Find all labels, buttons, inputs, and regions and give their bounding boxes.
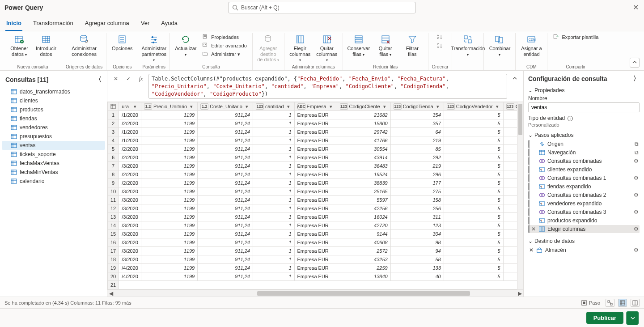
administrar-conexiones-button[interactable]: Administrar conexiones	[72, 33, 96, 58]
table-row[interactable]: 9/2/20201199911,241Empresa EUR3883917753…	[108, 179, 517, 187]
formula-accept-button[interactable]: ✓	[123, 74, 133, 84]
query-item-clientes[interactable]: clientes	[2, 96, 105, 105]
info-icon[interactable]: i	[568, 116, 573, 121]
gear-icon[interactable]: ⚙	[634, 226, 639, 232]
grid-view-toggle[interactable]	[618, 299, 627, 307]
row-number[interactable]: 5	[108, 145, 119, 153]
administrar-button[interactable]: Administrar ▾	[200, 50, 249, 58]
queries-collapse-icon[interactable]: 〈	[95, 76, 102, 84]
table-row[interactable]: 7/3/20201199911,241Empresa EUR3648321953…	[108, 162, 517, 170]
transformación-button[interactable]: Transformación ▾	[456, 33, 480, 58]
row-number[interactable]: 6	[108, 153, 119, 162]
gear-icon[interactable]: ⧉	[635, 149, 639, 156]
table-row[interactable]: 19/4/20201199911,241Empresa EUR225913353…	[108, 264, 517, 272]
column-header-Empresa[interactable]: ABCEmpresa▾	[294, 102, 337, 111]
row-number[interactable]: 9	[108, 179, 119, 187]
row-number[interactable]: 11	[108, 196, 119, 204]
filter-icon[interactable]: ▾	[188, 103, 195, 110]
step-consultas-combinadas-1[interactable]: Consultas combinadas 1⚙	[528, 174, 640, 182]
filter-icon[interactable]: ▾	[435, 103, 441, 110]
table-row[interactable]: 5/2/20201199911,241Empresa EUR3055485533…	[108, 145, 517, 153]
filter-icon[interactable]: ▾	[244, 103, 250, 110]
table-row[interactable]: 3/1/20201199911,241Empresa EUR2974264533…	[108, 128, 517, 136]
destination-remove-icon[interactable]: ✕	[529, 247, 534, 253]
properties-section-toggle[interactable]: ⌄ Propiedades	[528, 87, 640, 93]
diagram-view-toggle[interactable]	[606, 299, 614, 307]
close-icon[interactable]: ✕	[633, 3, 639, 12]
step-consultas-combinadas-3[interactable]: Consultas combinadas 3⚙	[528, 208, 640, 216]
propiedades-button[interactable]: Propiedades	[200, 33, 249, 41]
sort-asc-button[interactable]: AZ	[433, 33, 447, 41]
row-number[interactable]: 14	[108, 221, 119, 230]
gear-icon[interactable]: ⚙	[634, 192, 639, 198]
asignar-a-entidad-button[interactable]: CDMAsignar a entidad	[519, 33, 543, 58]
row-number[interactable]: 8	[108, 170, 119, 179]
filter-icon[interactable]: ▾	[132, 103, 138, 110]
schema-view-toggle[interactable]	[631, 299, 640, 307]
formula-cancel-button[interactable]: ✕	[111, 74, 121, 84]
settings-expand-icon[interactable]: 〉	[633, 75, 640, 83]
query-item-tiendas[interactable]: tiendas	[2, 114, 105, 123]
column-header-partial[interactable]: ura▾	[119, 102, 141, 111]
quitar-filas-button[interactable]: Quitar filas ▾	[373, 33, 398, 58]
query-item-calendario[interactable]: calendario	[2, 177, 105, 186]
row-number[interactable]: 13	[108, 213, 119, 221]
search-input[interactable]: Buscar (Alt + Q)	[228, 2, 416, 13]
table-row[interactable]: 20/4/20201199911,241Empresa EUR138404053…	[108, 272, 517, 281]
gear-icon[interactable]: ⚙	[634, 158, 639, 164]
gear-icon[interactable]: ⚙	[634, 209, 639, 215]
obtener-datos-button[interactable]: Obtener datos ▾	[7, 33, 31, 58]
row-number[interactable]: 20	[108, 272, 119, 281]
row-number[interactable]: 7	[108, 162, 119, 170]
ribbon-collapse-button[interactable]	[630, 58, 640, 68]
publish-button[interactable]: Publicar	[586, 312, 623, 324]
combinar-button[interactable]: Combinar ▾	[487, 33, 512, 58]
step-consultas-combinadas-2[interactable]: Consultas combinadas 2⚙	[528, 191, 640, 199]
table-row[interactable]: 4/1/20201199911,241Empresa EUR4176621953…	[108, 136, 517, 145]
filter-icon[interactable]: ▾	[328, 103, 334, 110]
filter-icon[interactable]: ▾	[381, 103, 388, 110]
filtrar-filas-button[interactable]: Filtrar filas	[400, 33, 424, 58]
query-item-fechaMaxVentas[interactable]: fechaMaxVentas	[2, 159, 105, 168]
opciones-button[interactable]: Opciones	[110, 33, 134, 52]
step-tiendas-expandido[interactable]: tiendas expandido	[528, 183, 640, 191]
table-row[interactable]: 2/2/20201199911,241Empresa EUR1580035753…	[108, 119, 517, 128]
filter-icon[interactable]: ▾	[285, 103, 292, 110]
steps-section-toggle[interactable]: ⌄ Pasos aplicados	[528, 132, 640, 138]
gear-icon[interactable]: ⧉	[635, 141, 639, 147]
table-row[interactable]: 14/3/20201199911,241Empresa EUR427201235…	[108, 221, 517, 230]
gear-icon[interactable]: ⚙	[634, 247, 639, 253]
elegir-columnas-button[interactable]: Elegir columnas ▾	[288, 33, 312, 64]
table-row[interactable]: 12/3/20201199911,241Empresa EUR422562565…	[108, 204, 517, 213]
query-item-vendedores[interactable]: vendedores	[2, 123, 105, 132]
table-row[interactable]: 11/3/20201199911,241Empresa EUR559715853…	[108, 196, 517, 204]
data-grid[interactable]: ura▾1.2Precio_Unitario▾1.2Coste_Unitario…	[107, 102, 517, 289]
query-item-tickets_soporte[interactable]: tickets_soporte	[2, 150, 105, 159]
tab-agregar-columna[interactable]: Agregar columna	[84, 17, 130, 31]
scroll-left-icon[interactable]: ◀	[107, 290, 114, 297]
query-name-input[interactable]	[528, 102, 640, 112]
table-row[interactable]: 6/2/20201199911,241Empresa EUR4391429253…	[108, 153, 517, 162]
column-header-cantidad[interactable]: 123cantidad▾	[253, 102, 294, 111]
row-number[interactable]: 15	[108, 230, 119, 238]
step-navegación[interactable]: Navegación⧉	[528, 149, 640, 157]
row-number[interactable]: 16	[108, 238, 119, 247]
table-row[interactable]: 21	[108, 281, 517, 289]
table-row[interactable]: 18/3/20201199911,241Empresa EUR432535853…	[108, 255, 517, 264]
tab-transformación[interactable]: Transformación	[32, 17, 74, 31]
step-origen[interactable]: Origen⧉	[528, 140, 640, 148]
table-row[interactable]: 8/2/20201199911,241Empresa EUR1952429653…	[108, 170, 517, 179]
row-number[interactable]: 1	[108, 111, 119, 119]
row-number[interactable]: 2	[108, 119, 119, 128]
horizontal-scrollbar[interactable]: ◀ ▶	[107, 289, 523, 297]
row-number[interactable]: 4	[108, 136, 119, 145]
column-header-CodigoProducto[interactable]: 123CodigoProducto▾	[503, 102, 517, 111]
exportar-plantilla-button[interactable]: Exportar plantilla	[551, 33, 600, 41]
sort-desc-button[interactable]: ZA	[433, 42, 447, 50]
table-row[interactable]: 1/1/20201199911,241Empresa EUR2168235453…	[108, 111, 517, 119]
tab-ver[interactable]: Ver	[140, 17, 151, 31]
corner-cell[interactable]	[108, 102, 119, 111]
column-header-CodigoTienda[interactable]: 123CodigoTienda▾	[390, 102, 444, 111]
gear-icon[interactable]: ⚙	[634, 175, 639, 181]
step-clientes-expandido[interactable]: clientes expandido	[528, 166, 640, 174]
